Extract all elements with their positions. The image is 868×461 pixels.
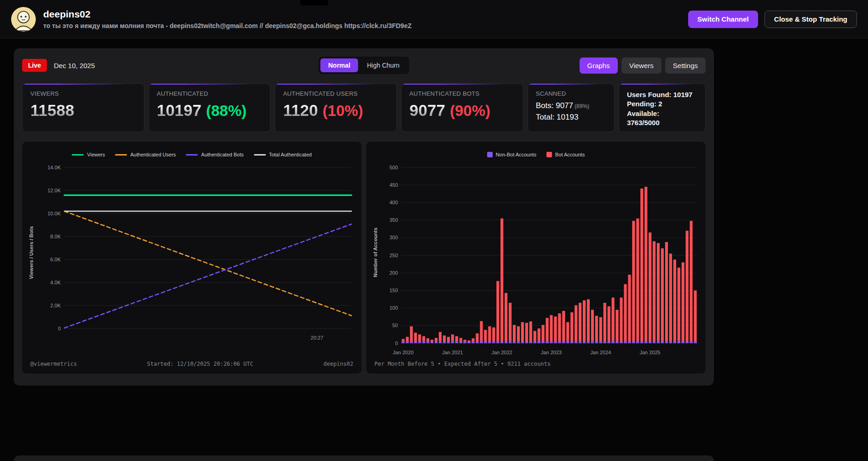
available-label-line: Available:	[627, 109, 697, 118]
svg-text:8.0K: 8.0K	[50, 234, 61, 239]
legend-swatch	[487, 152, 493, 157]
svg-text:6.0K: 6.0K	[50, 257, 61, 262]
available-value-line: 3763/5000	[627, 118, 697, 127]
stat-label: SCANNED	[536, 90, 606, 97]
churn-mode-toggle: Normal High Churn	[318, 57, 409, 74]
channel-description: то ты это я иежду нами молния почта - de…	[43, 22, 412, 29]
stat-label: AUTHENTICATED USERS	[283, 90, 389, 97]
stat-percentage: (90%)	[450, 102, 490, 120]
channel-avatar	[11, 7, 36, 32]
svg-text:Jan 2024: Jan 2024	[590, 350, 611, 355]
stat-card-authenticated-bots: AUTHENTICATED BOTS 9077 (90%)	[401, 83, 523, 132]
svg-text:12.0K: 12.0K	[47, 188, 61, 193]
svg-text:2.0K: 2.0K	[50, 303, 61, 308]
svg-text:0: 0	[58, 326, 61, 331]
legend-label: Authenticated Users	[130, 152, 176, 157]
svg-text:150: 150	[390, 288, 398, 293]
svg-text:Jan 2025: Jan 2025	[639, 350, 660, 355]
legend-swatch	[546, 152, 552, 157]
main-panel: Live Dec 10, 2025 Normal High Churn Grap…	[14, 48, 714, 386]
switch-channel-button[interactable]: Switch Channel	[688, 11, 758, 28]
tab-viewers[interactable]: Viewers	[621, 58, 661, 74]
bar-chart: 050100150200250300350400450500Jan 2020Ja…	[381, 161, 699, 359]
line-chart-footer: @viewermetrics Started: 12/10/2025 20:26…	[29, 360, 355, 368]
tab-graphs[interactable]: Graphs	[580, 58, 618, 74]
svg-text:14.0K: 14.0K	[47, 165, 61, 170]
svg-text:50: 50	[392, 323, 398, 328]
stat-card-authenticated-users: AUTHENTICATED USERS 1120 (10%)	[275, 83, 397, 132]
bar-chart-svg: 050100150200250300350400450500Jan 2020Ja…	[381, 161, 699, 359]
bar-chart-y-axis-label: Number of Accounts	[373, 161, 378, 344]
legend-item[interactable]: Authenticated Users	[115, 152, 176, 157]
svg-text:200: 200	[390, 270, 398, 276]
current-date: Dec 10, 2025	[54, 62, 95, 69]
tab-settings[interactable]: Settings	[665, 58, 706, 74]
scanned-bots-count: Bots: 9077	[536, 101, 573, 110]
users-found-line: Users Found: 10197	[627, 90, 697, 99]
svg-text:250: 250	[390, 253, 398, 258]
bottom-panel	[14, 455, 714, 461]
scanned-bots-line: Bots: 9077(89%)	[536, 101, 606, 110]
header-actions: Switch Channel Close & Stop Tracking	[688, 11, 857, 28]
legend-label: Authenticated Bots	[201, 152, 243, 157]
channel-name: deepins02	[43, 9, 412, 20]
view-tabs: Graphs Viewers Settings	[580, 58, 706, 74]
stat-card-quota: Users Found: 10197 Pending: 2 Available:…	[619, 83, 706, 132]
stat-percentage: (10%)	[322, 102, 363, 120]
legend-item[interactable]: Total Authenticated	[254, 152, 312, 157]
stat-value: 11588	[30, 101, 74, 120]
line-chart-area: Viewers / Users / Bots 14.0K12.0K10.0K8.…	[29, 161, 355, 360]
legend-item[interactable]: Bot Accounts	[546, 152, 585, 157]
svg-text:350: 350	[390, 217, 398, 223]
legend-label: Total Authenticated	[269, 152, 312, 157]
scanned-total-line: Total: 10193	[536, 113, 606, 122]
mode-normal-button[interactable]: Normal	[320, 58, 358, 72]
stat-percentage: (88%)	[206, 102, 247, 120]
bar-chart-legend: Non-Bot AccountsBot Accounts	[373, 151, 699, 158]
header: deepins02 то ты это я иежду нами молния …	[0, 0, 868, 39]
status-group: Live Dec 10, 2025	[22, 59, 95, 72]
stat-cards-row: VIEWERS 11588 AUTHENTICATED 10197 (88%) …	[22, 83, 706, 132]
bar-chart-footnote: Per Month Before 5 • Expected After 5 • …	[374, 361, 551, 367]
svg-text:450: 450	[390, 182, 398, 188]
legend-swatch	[115, 154, 127, 156]
stat-value: 10197	[157, 101, 201, 120]
stat-label: AUTHENTICATED BOTS	[409, 90, 515, 97]
legend-item[interactable]: Viewers	[72, 152, 105, 157]
legend-label: Viewers	[87, 152, 105, 157]
legend-item[interactable]: Authenticated Bots	[186, 152, 243, 157]
svg-text:Jan 2020: Jan 2020	[393, 350, 414, 355]
svg-text:500: 500	[390, 165, 398, 170]
legend-swatch	[186, 154, 198, 156]
legend-swatch	[72, 154, 84, 156]
close-stop-tracking-button[interactable]: Close & Stop Tracking	[765, 11, 857, 28]
channel-name-footer: deepins02	[323, 361, 353, 367]
mode-high-churn-button[interactable]: High Churn	[359, 58, 408, 72]
svg-text:300: 300	[390, 235, 398, 240]
svg-text:Jan 2022: Jan 2022	[491, 350, 512, 355]
stat-card-authenticated: AUTHENTICATED 10197 (88%)	[149, 83, 271, 132]
avatar-art	[11, 7, 36, 32]
top-center-notch	[300, 0, 328, 6]
line-chart-legend: ViewersAuthenticated UsersAuthenticated …	[29, 151, 355, 158]
stat-card-scanned: SCANNED Bots: 9077(89%) Total: 10193	[528, 83, 615, 132]
legend-label: Non-Bot Accounts	[496, 152, 536, 157]
channel-info: deepins02 то ты это я иежду нами молния …	[43, 9, 412, 29]
line-chart-y-axis-label: Viewers / Users / Bots	[29, 161, 34, 344]
svg-text:20:27: 20:27	[310, 335, 323, 340]
legend-item[interactable]: Non-Bot Accounts	[487, 152, 536, 157]
svg-text:100: 100	[390, 305, 398, 311]
live-badge: Live	[22, 59, 47, 72]
charts-row: ViewersAuthenticated UsersAuthenticated …	[22, 142, 706, 374]
stat-label: VIEWERS	[30, 90, 136, 97]
started-timestamp: Started: 12/10/2025 20:26:06 UTC	[147, 361, 253, 367]
stat-label: AUTHENTICATED	[157, 90, 263, 97]
svg-text:10.0K: 10.0K	[47, 211, 61, 216]
legend-label: Bot Accounts	[555, 152, 585, 157]
svg-text:Jan 2021: Jan 2021	[442, 350, 463, 355]
watermark-handle: @viewermetrics	[30, 361, 77, 367]
pending-line: Pending: 2	[627, 99, 697, 109]
stat-card-viewers: VIEWERS 11588	[22, 83, 144, 132]
stat-value: 1120	[283, 101, 318, 120]
bar-chart-area: Number of Accounts 050100150200250300350…	[373, 161, 699, 360]
